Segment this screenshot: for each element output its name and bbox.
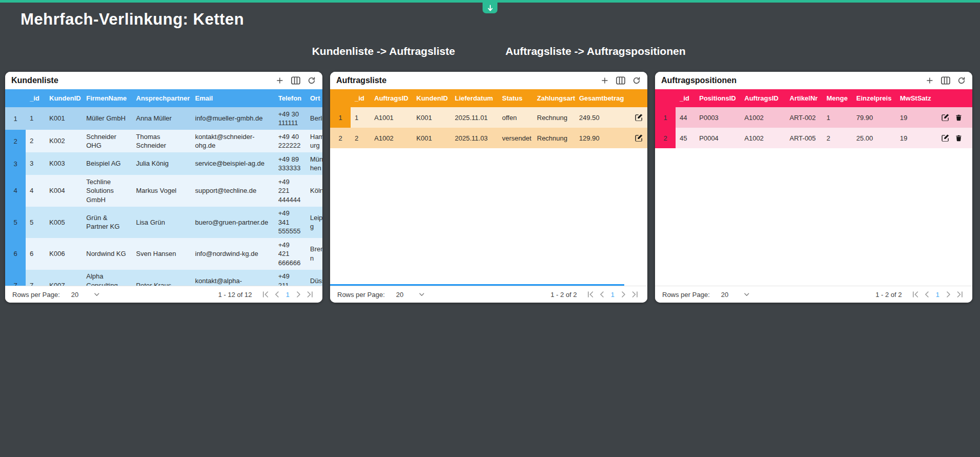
cell[interactable]: A1002 <box>370 131 412 145</box>
column-header-zahlungsart[interactable]: Zahlungsart <box>533 94 575 102</box>
cell[interactable]: Leipzig <box>306 211 322 233</box>
add-icon[interactable] <box>925 76 934 85</box>
cell[interactable]: München <box>306 152 322 175</box>
cell[interactable]: A1002 <box>740 131 785 145</box>
refresh-icon[interactable] <box>632 76 641 85</box>
table-row[interactable]: 144P0003A1002ART-002179.9019 <box>655 107 972 128</box>
cell[interactable]: offen <box>498 110 533 125</box>
cell[interactable]: 1 <box>351 110 370 125</box>
column-header-id[interactable]: _id <box>26 94 45 102</box>
cell[interactable]: versendet <box>498 131 533 145</box>
column-header-email[interactable]: Email <box>191 94 274 102</box>
cell[interactable]: Köln <box>306 184 322 198</box>
first-page-button[interactable] <box>586 290 595 299</box>
delete-icon[interactable] <box>954 113 963 122</box>
cell[interactable]: +49 341 555555 <box>274 207 306 239</box>
column-header-firmenname[interactable]: FirmenName <box>82 94 132 102</box>
prev-page-button[interactable] <box>273 290 282 299</box>
row-number[interactable]: 2 <box>5 130 26 152</box>
cell[interactable]: K002 <box>45 134 82 148</box>
cell[interactable]: P0003 <box>695 110 740 125</box>
cell[interactable]: 129.90 <box>575 131 630 145</box>
cell[interactable]: Markus Vogel <box>132 184 191 198</box>
row-number[interactable]: 4 <box>5 175 26 207</box>
cell[interactable]: 2 <box>351 131 370 145</box>
current-page-number[interactable]: 1 <box>936 291 939 299</box>
add-icon[interactable] <box>600 76 609 85</box>
cell[interactable]: +49 89 333333 <box>274 152 306 175</box>
column-header-positionsid[interactable]: PositionsID <box>695 94 740 102</box>
cell[interactable]: Alpha Consulting GmbH <box>82 270 132 286</box>
cell[interactable]: 3 <box>26 157 45 171</box>
rows-per-page-select[interactable]: Rows per Page:20 <box>337 291 425 299</box>
cell[interactable]: service@beispiel-ag.de <box>191 157 274 171</box>
column-header-menge[interactable]: Menge <box>822 94 852 102</box>
column-header-auftragsid[interactable]: AuftragsID <box>370 94 412 102</box>
table-row[interactable]: 33K003Beispiel AGJulia Königservice@beis… <box>5 152 322 175</box>
cell[interactable]: 4 <box>26 184 45 198</box>
cell[interactable]: Thomas Schneider <box>132 130 191 152</box>
row-number[interactable]: 3 <box>5 152 26 175</box>
cell[interactable]: info@mueller-gmbh.de <box>191 112 274 126</box>
cell[interactable]: K004 <box>45 184 82 198</box>
cell[interactable]: Anna Müller <box>132 112 191 126</box>
cell[interactable]: +49 221 444444 <box>274 175 306 207</box>
current-page-number[interactable]: 1 <box>611 291 614 299</box>
rows-per-page-select[interactable]: Rows per Page:20 <box>12 291 100 299</box>
column-header-ansprechpartner[interactable]: Ansprechpartner <box>132 94 191 102</box>
cell[interactable]: 2 <box>822 131 852 145</box>
column-header-id[interactable]: _id <box>351 94 370 102</box>
cell[interactable]: K001 <box>45 112 82 126</box>
columns-icon[interactable] <box>616 76 625 85</box>
cell[interactable]: +49 40 222222 <box>274 130 306 152</box>
table-row[interactable]: 66K006Nordwind KGSven Hanseninfo@nordwin… <box>5 238 322 270</box>
cell[interactable]: Techline Solutions GmbH <box>82 175 132 207</box>
cell[interactable]: +49 421 666666 <box>274 238 306 270</box>
table-row[interactable]: 245P0004A1002ART-005225.0019 <box>655 128 972 148</box>
row-number[interactable]: 7 <box>5 270 26 286</box>
cell[interactable]: Sven Hansen <box>132 247 191 261</box>
cell[interactable]: 5 <box>26 215 45 229</box>
cell[interactable]: ART-002 <box>785 110 822 125</box>
cell[interactable]: +49 30 111111 <box>274 107 306 130</box>
cell[interactable]: kontakt@alpha-consult.de <box>191 274 274 286</box>
rows-per-page-select[interactable]: Rows per Page:20 <box>662 291 750 299</box>
column-header-gesamtbetrag[interactable]: Gesamtbetrag <box>575 94 630 102</box>
cell[interactable]: 2025.11.01 <box>451 110 498 125</box>
table-row[interactable]: 22K002Schneider OHGThomas Schneiderkonta… <box>5 130 322 152</box>
cell[interactable]: K001 <box>412 110 451 125</box>
table-row[interactable]: 22A1002K0012025.11.03versendetRechnung12… <box>330 128 647 148</box>
row-number[interactable]: 1 <box>655 107 676 128</box>
cell[interactable]: Düsseldorf <box>306 274 322 286</box>
cell[interactable]: 1 <box>26 112 45 126</box>
last-page-button[interactable] <box>630 290 639 299</box>
first-page-button[interactable] <box>911 290 920 299</box>
cell[interactable]: Berlin <box>306 112 322 126</box>
column-header-artikelnr[interactable]: ArtikelNr <box>785 94 822 102</box>
table-row[interactable]: 44K004Techline Solutions GmbHMarkus Voge… <box>5 175 322 207</box>
cell[interactable]: 1 <box>822 110 852 125</box>
column-header-kundenid[interactable]: KundenID <box>412 94 451 102</box>
cell[interactable]: K005 <box>45 215 82 229</box>
cell[interactable]: K007 <box>45 279 82 286</box>
horizontal-scrollbar[interactable] <box>330 284 624 286</box>
cell[interactable]: Julia König <box>132 157 191 171</box>
column-header-id[interactable]: _id <box>676 94 695 102</box>
edit-icon[interactable] <box>635 134 643 143</box>
cell[interactable]: 25.00 <box>852 131 896 145</box>
next-page-button[interactable] <box>294 290 303 299</box>
columns-icon[interactable] <box>291 76 300 85</box>
cell[interactable]: Hamburg <box>306 130 322 152</box>
column-header-auftragsid[interactable]: AuftragsID <box>740 94 785 102</box>
row-number[interactable]: 1 <box>330 107 351 128</box>
cell[interactable]: 44 <box>676 110 695 125</box>
cell[interactable]: support@techline.de <box>191 184 274 198</box>
cell[interactable]: Peter Kraus <box>132 279 191 286</box>
row-number[interactable]: 5 <box>5 207 26 239</box>
cell[interactable]: Lisa Grün <box>132 215 191 229</box>
table-row[interactable]: 77K007Alpha Consulting GmbHPeter Krausko… <box>5 270 322 286</box>
cell[interactable]: 2 <box>26 134 45 148</box>
last-page-button[interactable] <box>955 290 964 299</box>
cell[interactable]: 6 <box>26 247 45 261</box>
cell[interactable]: Müller GmbH <box>82 112 132 126</box>
